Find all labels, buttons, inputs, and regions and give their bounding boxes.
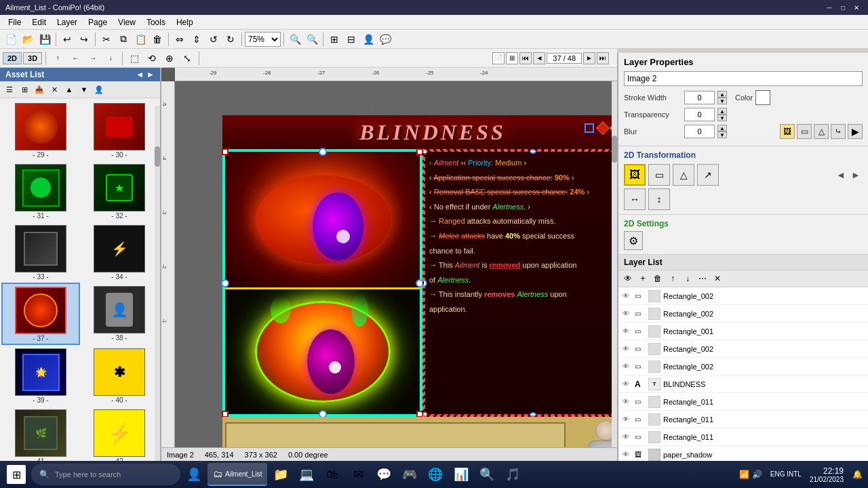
char-btn[interactable]: 👤 (360, 31, 376, 47)
list-item[interactable]: 👤 - 38 - (80, 283, 159, 345)
layer-tb-delete[interactable]: 🗑 (651, 272, 665, 285)
taskbar-code-btn[interactable]: 💻 (294, 462, 319, 487)
settings-icon-gear[interactable]: ⚙ (624, 231, 643, 250)
list-item[interactable]: ★ - 32 - (80, 161, 159, 222)
anchor-btn[interactable]: ⊕ (161, 50, 178, 66)
transform-arrow-right[interactable]: ► (849, 168, 863, 182)
taskbar-file-btn[interactable]: 📁 (269, 462, 293, 487)
page-next-btn[interactable]: ► (583, 52, 595, 64)
mode-2d[interactable]: 2D (3, 52, 22, 64)
list-item[interactable]: - 30 - (80, 100, 159, 161)
transform-icon-tri[interactable]: △ (673, 164, 694, 186)
size-btn[interactable]: ⤡ (179, 50, 195, 66)
asset-tb-person[interactable]: 👤 (92, 83, 106, 96)
delete-btn[interactable]: 🗑 (149, 31, 165, 47)
move-right-btn[interactable]: → (85, 50, 101, 66)
sel-handle-mt[interactable] (319, 148, 327, 156)
layer-item[interactable]: 👁 ▭ Rectangle_001 (618, 323, 868, 340)
zoom-select[interactable]: 25% 50% 75% 100% 150% 200% (245, 32, 281, 47)
asset-tb-up[interactable]: ▲ (62, 83, 76, 96)
layer-item[interactable]: 👁 ▭ Rectangle_011 (618, 411, 868, 428)
color-swatch[interactable] (755, 90, 770, 105)
layer-tb-visible[interactable]: 👁 (621, 272, 635, 285)
asset-tb-thumb[interactable]: ⊞ (18, 83, 31, 96)
layer-type-tri[interactable]: △ (814, 124, 829, 139)
taskbar-discord-btn[interactable]: 🎮 (397, 462, 422, 487)
list-item[interactable]: - 31 - (1, 161, 80, 222)
list-item[interactable]: 🌟 - 39 - (1, 345, 80, 406)
menu-view[interactable]: View (113, 16, 141, 28)
layer-item[interactable]: 👁 ▭ Rectangle_011 (618, 393, 868, 411)
text-sel-tl[interactable] (422, 149, 427, 154)
asset-tb-import[interactable]: 📥 (33, 83, 46, 96)
asset-tb-down[interactable]: ▼ (77, 83, 91, 96)
stroke-width-up[interactable]: ▲ (717, 91, 727, 98)
menu-edit[interactable]: Edit (26, 16, 52, 28)
list-item[interactable]: - 29 - (1, 100, 80, 161)
start-button[interactable]: ⊞ (3, 462, 30, 487)
cut-btn[interactable]: ✂ (98, 31, 115, 47)
layer-expand[interactable]: ▶ (848, 124, 863, 139)
layer-type-rect[interactable]: ▭ (797, 124, 812, 139)
list-item[interactable]: - 33 - (1, 222, 80, 283)
new-btn[interactable]: 📄 (3, 31, 19, 47)
transparency-input[interactable] (684, 108, 715, 121)
sel-handle-tl[interactable] (222, 148, 229, 155)
transform-arrow-left[interactable]: ◄ (834, 168, 848, 182)
menu-tools[interactable]: Tools (141, 16, 171, 28)
sel-handle-ml[interactable] (221, 279, 229, 287)
system-tray[interactable]: 📶 🔊 (736, 470, 765, 479)
layer-tb-down[interactable]: ↓ (681, 272, 694, 285)
layer-item[interactable]: 👁 ▭ Rectangle_011 (618, 428, 868, 446)
menu-help[interactable]: Help (171, 16, 199, 28)
transform-icon-flip-h[interactable]: ↔ (624, 188, 646, 210)
notification-btn[interactable]: 🔔 (849, 462, 865, 487)
text-sel-mb[interactable] (529, 412, 536, 417)
asset-nav-prev[interactable]: ◄ (136, 70, 144, 79)
flip-h-btn[interactable]: ⇔ (172, 31, 188, 47)
layer-name-input[interactable] (624, 71, 863, 86)
layer-item[interactable]: 👁 ▭ Rectangle_002 (618, 358, 868, 375)
move-btn[interactable]: ↑ (50, 50, 66, 66)
stroke-width-input[interactable] (684, 91, 715, 104)
transform-icon-selected[interactable]: 🖼 (624, 164, 646, 186)
taskbar-browser-btn[interactable]: 🌐 (423, 462, 448, 487)
move-down-btn[interactable]: ↓ (102, 50, 119, 66)
transform2-btn[interactable]: ⟲ (144, 50, 160, 66)
select-btn[interactable]: ⬚ (126, 50, 142, 66)
list-item[interactable]: ⚡ - 42 - (80, 406, 159, 461)
layer-type-arrow[interactable]: ⤷ (831, 124, 846, 139)
blur-input[interactable] (684, 125, 715, 138)
layer-tb-delete2[interactable]: ✕ (711, 272, 724, 285)
open-btn[interactable]: 📂 (20, 31, 36, 47)
layer-item[interactable]: 👁 A T BLINDNESS (618, 375, 868, 393)
taskbar-chat-btn[interactable]: 💬 (372, 462, 396, 487)
taskbar-mail-btn[interactable]: ✉ (346, 462, 370, 487)
save-btn[interactable]: 💾 (37, 31, 53, 47)
asset-nav-next[interactable]: ► (146, 70, 155, 79)
text-sel-bl[interactable] (422, 412, 427, 417)
taskbar-excel-btn[interactable]: 📊 (449, 462, 473, 487)
language-indicator[interactable]: ENG INTL (768, 470, 804, 479)
layer-tb-up[interactable]: ↑ (666, 272, 679, 285)
minimize-button[interactable]: ─ (823, 1, 835, 14)
page-first-btn[interactable]: ⏮ (519, 52, 532, 64)
balloon-btn[interactable]: 💬 (377, 31, 393, 47)
taskbar-person-icon[interactable]: 👤 (182, 462, 206, 487)
paste-btn[interactable]: 📋 (132, 31, 149, 47)
taskbar-app-btn[interactable]: 🗂 Ailment_List (208, 463, 267, 486)
menu-file[interactable]: File (3, 16, 26, 28)
close-button[interactable]: ✕ (850, 1, 863, 14)
rot-r-btn[interactable]: ↻ (222, 31, 239, 47)
menu-page[interactable]: Page (83, 16, 113, 28)
text-sel-ml[interactable] (422, 279, 427, 287)
page-view-icon[interactable]: 📄 (492, 52, 505, 64)
layer-type-image[interactable]: 🖼 (780, 124, 795, 139)
undo-btn[interactable]: ↩ (59, 31, 75, 47)
transform-icon-flip-v[interactable]: ↕ (648, 188, 670, 210)
menu-layer[interactable]: Layer (52, 16, 83, 28)
blur-down[interactable]: ▼ (717, 131, 727, 138)
list-item[interactable]: ⚡ - 34 - (80, 222, 159, 283)
stroke-width-down[interactable]: ▼ (717, 98, 727, 104)
mode-3d[interactable]: 3D (23, 52, 42, 64)
